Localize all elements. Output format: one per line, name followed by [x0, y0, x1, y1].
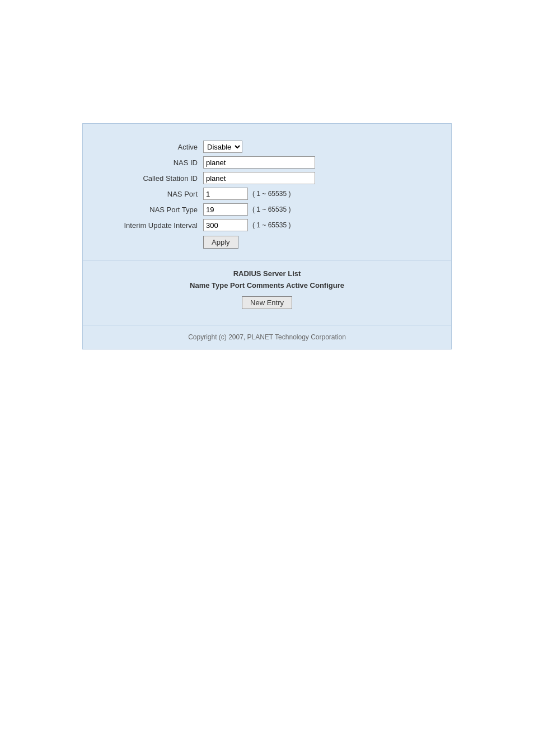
nas-port-label: NAS Port	[105, 190, 203, 198]
nas-id-control	[203, 156, 315, 169]
radius-server-list-title: RADIUS Server List	[105, 269, 429, 278]
form-table: Active Disable Enable NAS ID	[105, 141, 429, 249]
active-select[interactable]: Disable Enable	[203, 141, 242, 153]
active-row: Active Disable Enable	[105, 141, 429, 153]
new-entry-row: New Entry	[105, 296, 429, 309]
radius-columns-header: Name Type Port Comments Active Configure	[105, 281, 429, 290]
nas-port-range: ( 1 ~ 65535 )	[252, 190, 291, 198]
called-station-id-label: Called Station ID	[105, 174, 203, 183]
footer-section: Copyright (c) 2007, PLANET Technology Co…	[83, 325, 451, 349]
new-entry-button[interactable]: New Entry	[242, 296, 292, 309]
apply-button[interactable]: Apply	[203, 236, 238, 249]
interim-update-range: ( 1 ~ 65535 )	[252, 221, 291, 229]
active-control: Disable Enable	[203, 141, 242, 153]
nas-port-type-control: ( 1 ~ 65535 )	[203, 203, 291, 216]
nas-id-label: NAS ID	[105, 158, 203, 167]
form-section: Active Disable Enable NAS ID	[83, 124, 451, 260]
apply-row: Apply	[105, 236, 429, 249]
page-wrapper: Active Disable Enable NAS ID	[0, 0, 534, 756]
radius-section: RADIUS Server List Name Type Port Commen…	[83, 260, 451, 325]
nas-id-input[interactable]	[203, 156, 315, 169]
nas-port-type-range: ( 1 ~ 65535 )	[252, 206, 291, 213]
nas-port-row: NAS Port ( 1 ~ 65535 )	[105, 188, 429, 200]
interim-update-row: Interim Update Interval ( 1 ~ 65535 )	[105, 219, 429, 231]
main-container: Active Disable Enable NAS ID	[82, 123, 452, 349]
nas-port-type-label: NAS Port Type	[105, 206, 203, 214]
nas-port-control: ( 1 ~ 65535 )	[203, 188, 291, 200]
nas-id-row: NAS ID	[105, 156, 429, 169]
called-station-id-input[interactable]	[203, 172, 315, 184]
called-station-id-control	[203, 172, 315, 184]
interim-update-control: ( 1 ~ 65535 )	[203, 219, 291, 231]
nas-port-input[interactable]	[203, 188, 248, 200]
copyright-text: Copyright (c) 2007, PLANET Technology Co…	[105, 333, 429, 341]
active-label: Active	[105, 143, 203, 151]
called-station-id-row: Called Station ID	[105, 172, 429, 184]
nas-port-type-input[interactable]	[203, 203, 248, 216]
interim-update-label: Interim Update Interval	[105, 221, 203, 230]
nas-port-type-row: NAS Port Type ( 1 ~ 65535 )	[105, 203, 429, 216]
interim-update-input[interactable]	[203, 219, 248, 231]
